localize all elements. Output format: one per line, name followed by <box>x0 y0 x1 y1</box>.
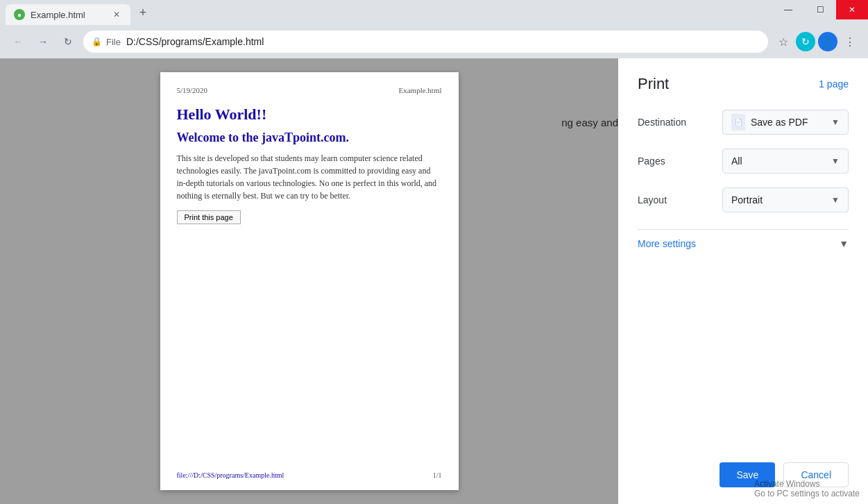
forward-button[interactable]: → <box>33 32 53 51</box>
preview-title: Hello World!! <box>177 106 442 124</box>
security-label: File <box>106 37 121 47</box>
menu-button[interactable]: ⋮ <box>840 32 860 51</box>
destination-select-inner: 📄 Save as PDF <box>731 114 831 131</box>
preview-header: 5/19/2020 Example.html <box>177 86 442 94</box>
destination-chevron: ▼ <box>831 117 840 127</box>
title-bar: ● Example.html ✕ + — ☐ ✕ <box>0 0 868 25</box>
layout-row: Layout Portrait ▼ <box>638 187 849 212</box>
destination-value: Save as PDF <box>751 117 808 128</box>
preview-footer-url: file:///D:/CSS/programs/Example.html <box>177 471 284 479</box>
save-button[interactable]: Save <box>720 462 775 487</box>
print-panel-footer: Save Cancel <box>638 446 849 487</box>
toolbar-right: ☆ ↻ 👤 ⋮ <box>774 32 860 51</box>
extension-icon[interactable]: ↻ <box>796 32 815 51</box>
destination-label: Destination <box>638 117 714 128</box>
print-preview-page: 5/19/2020 Example.html Hello World!! Wel… <box>160 72 459 490</box>
bookmark-button[interactable]: ☆ <box>774 32 793 51</box>
tab-favicon: ● <box>14 9 25 20</box>
preview-page-num: 1/1 <box>433 471 442 479</box>
maximize-button[interactable]: ☐ <box>804 0 836 19</box>
pdf-icon: 📄 <box>731 114 745 131</box>
more-settings-label: More settings <box>638 238 839 249</box>
preview-footer: file:///D:/CSS/programs/Example.html 1/1 <box>177 471 442 479</box>
webpage-background: Hello Wo Welcome This site is de in-dept… <box>0 58 618 504</box>
layout-value: Portrait <box>731 194 763 205</box>
more-settings-chevron: ▼ <box>839 238 849 249</box>
omnibox[interactable]: 🔒 File D:/CSS/programs/Example.html <box>83 31 768 53</box>
security-icon: 🔒 <box>92 37 102 47</box>
preview-subtitle: Welcome to the javaTpoint.com. <box>177 131 442 145</box>
preview-print-button[interactable]: Print this page <box>177 210 241 224</box>
close-button[interactable]: ✕ <box>836 0 868 19</box>
layout-select[interactable]: Portrait ▼ <box>722 187 849 212</box>
destination-select[interactable]: 📄 Save as PDF ▼ <box>722 110 849 135</box>
print-preview-overlay: 5/19/2020 Example.html Hello World!! Wel… <box>0 58 618 504</box>
pages-row: Pages All ▼ <box>638 149 849 174</box>
pages-value: All <box>731 156 742 167</box>
print-panel: Print 1 page Destination 📄 Save as PDF ▼… <box>618 58 868 504</box>
pages-select[interactable]: All ▼ <box>722 149 849 174</box>
pages-chevron: ▼ <box>831 156 840 166</box>
webpage-right-text: ng easy and <box>561 117 618 128</box>
preview-body: This site is developed so that students … <box>177 152 442 202</box>
window-controls: — ☐ ✕ <box>772 0 868 19</box>
print-page-count: 1 page <box>819 78 849 90</box>
tab-title: Example.html <box>31 10 85 20</box>
cancel-button[interactable]: Cancel <box>783 462 849 487</box>
refresh-button[interactable]: ↻ <box>58 32 78 51</box>
back-button[interactable]: ← <box>8 32 28 51</box>
profile-button[interactable]: 👤 <box>818 32 837 51</box>
print-panel-title: Print <box>638 75 669 93</box>
tab-close-button[interactable]: ✕ <box>111 9 122 20</box>
layout-label: Layout <box>638 194 714 205</box>
destination-row: Destination 📄 Save as PDF ▼ <box>638 110 849 135</box>
preview-filename: Example.html <box>398 86 441 94</box>
new-tab-button[interactable]: + <box>133 3 153 22</box>
active-tab[interactable]: ● Example.html ✕ <box>6 4 130 25</box>
pages-label: Pages <box>638 156 714 167</box>
minimize-button[interactable]: — <box>772 0 804 19</box>
more-settings-row[interactable]: More settings ▼ <box>638 229 849 258</box>
address-bar: ← → ↻ 🔒 File D:/CSS/programs/Example.htm… <box>0 25 868 58</box>
print-panel-header: Print 1 page <box>638 75 849 93</box>
preview-date: 5/19/2020 <box>177 86 208 94</box>
main-content: Hello Wo Welcome This site is de in-dept… <box>0 58 868 504</box>
layout-chevron: ▼ <box>831 195 840 205</box>
url-display: D:/CSS/programs/Example.html <box>126 36 264 47</box>
